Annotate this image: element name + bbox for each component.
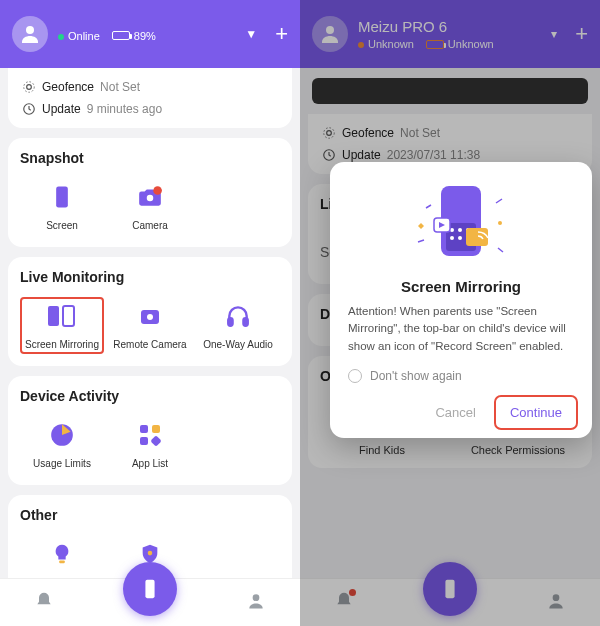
svg-rect-16 (140, 437, 148, 445)
modal-body: Attention! When parents use "Screen Mirr… (348, 303, 574, 355)
section-title: Live Monitoring (20, 269, 280, 285)
nav-fab-device[interactable] (123, 562, 177, 616)
cancel-button[interactable]: Cancel (423, 399, 487, 426)
header: Online 89% ▼ + (0, 0, 300, 68)
device-activity-section: Device Activity Usage Limits App List (8, 376, 292, 485)
camera-icon (132, 182, 168, 212)
svg-rect-18 (59, 560, 65, 563)
section-title: Snapshot (20, 150, 280, 166)
svg-point-10 (147, 314, 153, 320)
remote-camera-tile[interactable]: Remote Camera (108, 297, 192, 354)
headphones-icon (220, 301, 256, 331)
pie-chart-icon (44, 420, 80, 450)
snapshot-screen-tile[interactable]: Screen (20, 178, 104, 235)
remote-camera-icon (132, 301, 168, 331)
svg-rect-39 (466, 228, 488, 246)
modal-illustration (348, 178, 574, 268)
clock-icon (22, 102, 36, 116)
update-row[interactable]: Update 9 minutes ago (20, 98, 280, 120)
snapshot-camera-tile[interactable]: Camera (108, 178, 192, 235)
screen-mirroring-tile[interactable]: Screen Mirroring (20, 297, 104, 354)
apps-icon (132, 420, 168, 450)
svg-rect-4 (56, 187, 68, 208)
svg-rect-7 (48, 306, 59, 326)
svg-rect-17 (150, 435, 161, 446)
svg-point-21 (252, 594, 259, 601)
svg-point-33 (458, 228, 462, 232)
svg-point-36 (458, 236, 462, 240)
lightbulb-icon (44, 539, 80, 569)
bottom-nav (0, 578, 300, 626)
section-title: Device Activity (20, 388, 280, 404)
svg-point-1 (27, 85, 32, 90)
svg-point-35 (450, 236, 454, 240)
status-online: Online (58, 30, 100, 42)
section-title: Other (20, 507, 280, 523)
svg-rect-15 (152, 425, 160, 433)
person-icon (18, 22, 42, 46)
right-pane: Meizu PRO 6 Unknown Unknown ▾ + Geofence… (300, 0, 600, 626)
svg-point-2 (24, 82, 35, 93)
avatar[interactable] (12, 16, 48, 52)
one-way-audio-tile[interactable]: One-Way Audio (196, 297, 280, 354)
svg-rect-11 (228, 318, 232, 326)
left-pane: Online 89% ▼ + Geofence Not Set Update 9… (0, 0, 300, 626)
screen-mirroring-icon (44, 301, 80, 331)
modal-title: Screen Mirroring (348, 278, 574, 295)
nav-bell-icon[interactable] (34, 591, 54, 615)
checkbox-icon (348, 369, 362, 383)
nav-profile-icon[interactable] (246, 591, 266, 615)
geofence-row[interactable]: Geofence Not Set (20, 76, 280, 98)
battery-icon (112, 31, 130, 40)
usage-limits-tile[interactable]: Usage Limits (20, 416, 104, 473)
svg-rect-8 (63, 306, 74, 326)
svg-point-5 (147, 195, 154, 202)
battery-indicator: 89% (112, 30, 156, 42)
continue-button[interactable]: Continue (498, 399, 574, 426)
svg-point-40 (498, 221, 502, 225)
snapshot-section: Snapshot Screen Camera (8, 138, 292, 247)
geofence-icon (22, 80, 36, 94)
app-list-tile[interactable]: App List (108, 416, 192, 473)
svg-rect-14 (140, 425, 148, 433)
svg-rect-12 (243, 318, 247, 326)
live-monitoring-section: Live Monitoring Screen Mirroring Remote … (8, 257, 292, 366)
screen-mirroring-modal: Screen Mirroring Attention! When parents… (330, 162, 592, 438)
chevron-down-icon[interactable]: ▼ (245, 27, 257, 41)
screen-icon (44, 182, 80, 212)
add-device-button[interactable]: + (275, 21, 288, 47)
svg-rect-20 (145, 579, 154, 597)
dont-show-again-row[interactable]: Don't show again (348, 369, 574, 383)
svg-point-0 (26, 26, 34, 34)
svg-point-19 (148, 551, 153, 556)
svg-point-6 (153, 186, 162, 195)
